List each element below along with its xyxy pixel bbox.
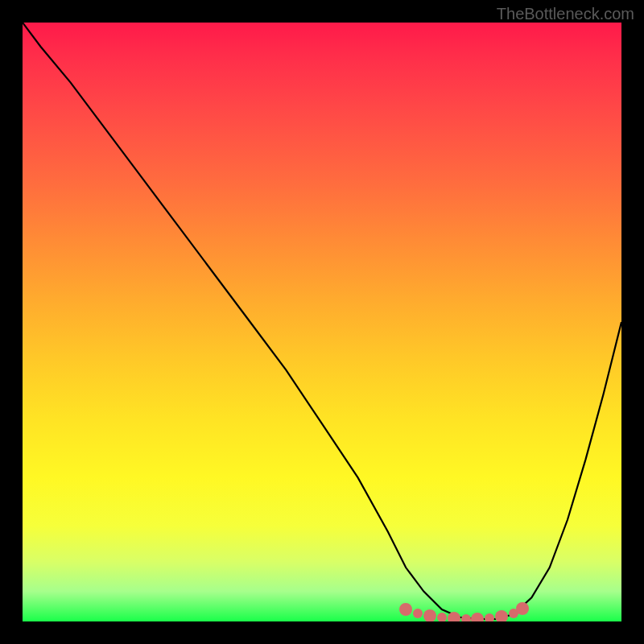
bottleneck-curve xyxy=(23,23,621,619)
plot-area xyxy=(23,23,621,621)
optimal-marker xyxy=(413,609,423,618)
curve-svg xyxy=(23,23,621,621)
optimal-marker xyxy=(448,612,460,621)
optimal-marker xyxy=(485,613,494,621)
optimal-marker xyxy=(495,610,508,621)
optimal-marker xyxy=(516,602,529,615)
optimal-marker xyxy=(437,613,447,621)
watermark-text: TheBottleneck.com xyxy=(497,5,634,23)
optimal-marker xyxy=(399,603,412,616)
optimal-marker xyxy=(461,614,471,621)
optimal-marker xyxy=(423,609,436,621)
optimal-marker xyxy=(471,613,484,621)
